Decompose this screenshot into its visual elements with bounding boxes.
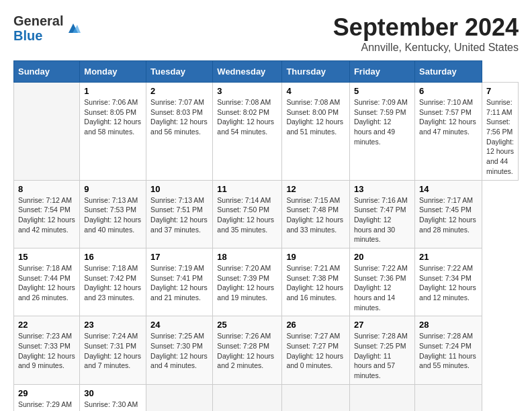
day-info: Sunrise: 7:12 AM Sunset: 7:54 PM Dayligh… xyxy=(18,195,75,235)
day-number: 7 xyxy=(486,86,514,96)
calendar-cell: 27Sunrise: 7:28 AM Sunset: 7:25 PM Dayli… xyxy=(349,316,414,384)
day-number: 6 xyxy=(419,86,478,96)
calendar-cell: 18Sunrise: 7:20 AM Sunset: 7:39 PM Dayli… xyxy=(213,248,282,316)
day-info: Sunrise: 7:30 AM Sunset: 7:21 PM Dayligh… xyxy=(84,400,142,411)
day-info: Sunrise: 7:17 AM Sunset: 7:45 PM Dayligh… xyxy=(419,195,478,235)
day-info: Sunrise: 7:29 AM Sunset: 7:22 PM Dayligh… xyxy=(18,400,75,411)
day-info: Sunrise: 7:10 AM Sunset: 7:57 PM Dayligh… xyxy=(419,97,478,137)
day-header-saturday: Saturday xyxy=(415,61,482,83)
calendar-week-4: 22Sunrise: 7:23 AM Sunset: 7:33 PM Dayli… xyxy=(14,316,519,384)
day-info: Sunrise: 7:08 AM Sunset: 8:02 PM Dayligh… xyxy=(217,97,277,137)
calendar-cell: 20Sunrise: 7:22 AM Sunset: 7:36 PM Dayli… xyxy=(349,248,414,316)
calendar-week-2: 8Sunrise: 7:12 AM Sunset: 7:54 PM Daylig… xyxy=(14,180,519,248)
calendar-cell: 8Sunrise: 7:12 AM Sunset: 7:54 PM Daylig… xyxy=(14,180,80,248)
calendar-week-3: 15Sunrise: 7:18 AM Sunset: 7:44 PM Dayli… xyxy=(14,248,519,316)
day-info: Sunrise: 7:26 AM Sunset: 7:28 PM Dayligh… xyxy=(217,331,277,371)
logo-blue: Blue xyxy=(13,28,63,43)
day-number: 5 xyxy=(354,86,410,96)
day-info: Sunrise: 7:13 AM Sunset: 7:51 PM Dayligh… xyxy=(150,195,208,235)
calendar-cell xyxy=(415,384,482,411)
day-info: Sunrise: 7:07 AM Sunset: 8:03 PM Dayligh… xyxy=(150,97,208,137)
calendar-cell: 23Sunrise: 7:24 AM Sunset: 7:31 PM Dayli… xyxy=(80,316,146,384)
day-number: 27 xyxy=(354,320,410,330)
calendar-week-1: 1Sunrise: 7:06 AM Sunset: 8:05 PM Daylig… xyxy=(14,83,519,181)
calendar-cell xyxy=(282,384,350,411)
day-number: 17 xyxy=(150,252,208,262)
day-number: 25 xyxy=(217,320,277,330)
calendar-cell: 30Sunrise: 7:30 AM Sunset: 7:21 PM Dayli… xyxy=(80,384,146,411)
calendar-table: SundayMondayTuesdayWednesdayThursdayFrid… xyxy=(13,60,519,411)
calendar-cell: 9Sunrise: 7:13 AM Sunset: 7:53 PM Daylig… xyxy=(80,180,146,248)
day-info: Sunrise: 7:20 AM Sunset: 7:39 PM Dayligh… xyxy=(217,263,277,303)
calendar-header-row: SundayMondayTuesdayWednesdayThursdayFrid… xyxy=(14,61,519,83)
calendar-cell: 15Sunrise: 7:18 AM Sunset: 7:44 PM Dayli… xyxy=(14,248,80,316)
calendar-cell: 1Sunrise: 7:06 AM Sunset: 8:05 PM Daylig… xyxy=(80,83,146,181)
day-number: 26 xyxy=(286,320,345,330)
day-info: Sunrise: 7:13 AM Sunset: 7:53 PM Dayligh… xyxy=(84,195,142,235)
day-info: Sunrise: 7:15 AM Sunset: 7:48 PM Dayligh… xyxy=(286,195,345,235)
calendar-cell: 22Sunrise: 7:23 AM Sunset: 7:33 PM Dayli… xyxy=(14,316,80,384)
day-number: 10 xyxy=(150,184,208,194)
title-block: September 2024 Annville, Kentucky, Unite… xyxy=(333,13,519,54)
day-number: 12 xyxy=(286,184,345,194)
day-number: 2 xyxy=(150,86,208,96)
day-number: 24 xyxy=(150,320,208,330)
day-header-friday: Friday xyxy=(349,61,414,83)
day-info: Sunrise: 7:11 AM Sunset: 7:56 PM Dayligh… xyxy=(486,97,514,177)
day-number: 3 xyxy=(217,86,277,96)
day-number: 29 xyxy=(18,388,75,398)
day-number: 30 xyxy=(84,388,142,398)
logo: General Blue xyxy=(13,13,81,43)
day-info: Sunrise: 7:08 AM Sunset: 8:00 PM Dayligh… xyxy=(286,97,345,137)
day-number: 15 xyxy=(18,252,75,262)
day-info: Sunrise: 7:14 AM Sunset: 7:50 PM Dayligh… xyxy=(217,195,277,235)
day-info: Sunrise: 7:27 AM Sunset: 7:27 PM Dayligh… xyxy=(286,331,345,371)
day-number: 14 xyxy=(419,184,478,194)
day-number: 4 xyxy=(286,86,345,96)
calendar-cell: 5Sunrise: 7:09 AM Sunset: 7:59 PM Daylig… xyxy=(349,83,414,181)
day-header-monday: Monday xyxy=(80,61,146,83)
day-info: Sunrise: 7:16 AM Sunset: 7:47 PM Dayligh… xyxy=(354,195,410,244)
day-number: 11 xyxy=(217,184,277,194)
day-info: Sunrise: 7:09 AM Sunset: 7:59 PM Dayligh… xyxy=(354,97,410,146)
calendar-cell: 7Sunrise: 7:11 AM Sunset: 7:56 PM Daylig… xyxy=(482,83,519,181)
day-info: Sunrise: 7:24 AM Sunset: 7:31 PM Dayligh… xyxy=(84,331,142,371)
calendar-cell: 4Sunrise: 7:08 AM Sunset: 8:00 PM Daylig… xyxy=(282,83,350,181)
calendar-week-5: 29Sunrise: 7:29 AM Sunset: 7:22 PM Dayli… xyxy=(14,384,519,411)
calendar-title: September 2024 xyxy=(333,13,519,42)
logo-general: General xyxy=(13,13,63,28)
calendar-cell: 28Sunrise: 7:28 AM Sunset: 7:24 PM Dayli… xyxy=(415,316,482,384)
page-header: General Blue September 2024 Annville, Ke… xyxy=(13,13,519,54)
calendar-cell: 19Sunrise: 7:21 AM Sunset: 7:38 PM Dayli… xyxy=(282,248,350,316)
day-number: 1 xyxy=(84,86,142,96)
day-info: Sunrise: 7:28 AM Sunset: 7:24 PM Dayligh… xyxy=(419,331,478,371)
calendar-cell: 3Sunrise: 7:08 AM Sunset: 8:02 PM Daylig… xyxy=(213,83,282,181)
calendar-cell: 14Sunrise: 7:17 AM Sunset: 7:45 PM Dayli… xyxy=(415,180,482,248)
day-info: Sunrise: 7:22 AM Sunset: 7:34 PM Dayligh… xyxy=(419,263,478,303)
day-info: Sunrise: 7:25 AM Sunset: 7:30 PM Dayligh… xyxy=(150,331,208,371)
day-number: 13 xyxy=(354,184,410,194)
day-number: 16 xyxy=(84,252,142,262)
calendar-cell: 10Sunrise: 7:13 AM Sunset: 7:51 PM Dayli… xyxy=(146,180,213,248)
logo-icon xyxy=(66,21,81,36)
calendar-subtitle: Annville, Kentucky, United States xyxy=(333,42,519,54)
day-info: Sunrise: 7:23 AM Sunset: 7:33 PM Dayligh… xyxy=(18,331,75,371)
day-number: 28 xyxy=(419,320,478,330)
calendar-cell xyxy=(213,384,282,411)
day-header-sunday: Sunday xyxy=(14,61,80,83)
day-info: Sunrise: 7:22 AM Sunset: 7:36 PM Dayligh… xyxy=(354,263,410,312)
logo-text: General Blue xyxy=(13,13,63,43)
calendar-cell xyxy=(349,384,414,411)
day-number: 9 xyxy=(84,184,142,194)
calendar-cell xyxy=(146,384,213,411)
calendar-cell: 11Sunrise: 7:14 AM Sunset: 7:50 PM Dayli… xyxy=(213,180,282,248)
day-number: 22 xyxy=(18,320,75,330)
calendar-cell: 16Sunrise: 7:18 AM Sunset: 7:42 PM Dayli… xyxy=(80,248,146,316)
calendar-cell: 2Sunrise: 7:07 AM Sunset: 8:03 PM Daylig… xyxy=(146,83,213,181)
day-info: Sunrise: 7:18 AM Sunset: 7:42 PM Dayligh… xyxy=(84,263,142,303)
calendar-cell: 12Sunrise: 7:15 AM Sunset: 7:48 PM Dayli… xyxy=(282,180,350,248)
day-info: Sunrise: 7:19 AM Sunset: 7:41 PM Dayligh… xyxy=(150,263,208,303)
day-number: 21 xyxy=(419,252,478,262)
day-number: 8 xyxy=(18,184,75,194)
calendar-cell: 26Sunrise: 7:27 AM Sunset: 7:27 PM Dayli… xyxy=(282,316,350,384)
